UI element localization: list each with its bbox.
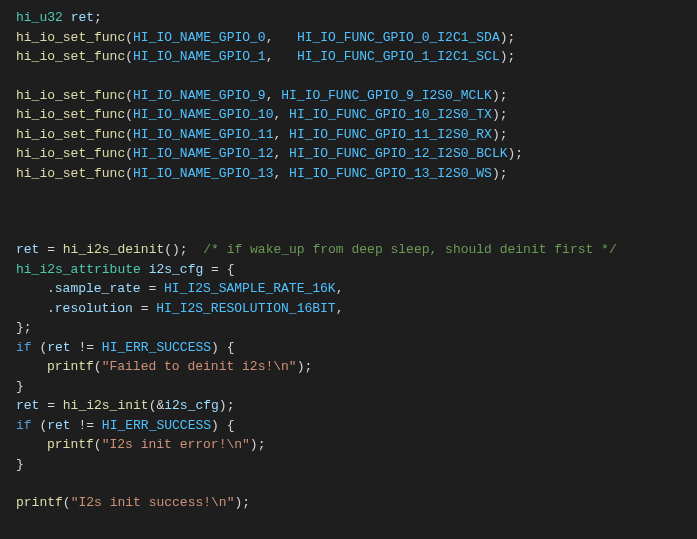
code-line[interactable]: printf("I2s init success!\n"); xyxy=(0,493,697,513)
punc: . xyxy=(47,301,55,316)
func-token: hi_io_set_func xyxy=(16,49,125,64)
var-token: ret xyxy=(47,418,70,433)
const-token: HI_ERR_SUCCESS xyxy=(102,418,211,433)
const-token: HI_IO_FUNC_GPIO_10_I2S0_TX xyxy=(289,107,492,122)
punc xyxy=(63,10,71,25)
type-token: hi_u32 xyxy=(16,10,63,25)
punc: ( xyxy=(94,437,102,452)
func-token: hi_io_set_func xyxy=(16,166,125,181)
const-token: HI_I2S_RESOLUTION_16BIT xyxy=(156,301,335,316)
punc: = xyxy=(39,242,62,257)
code-line[interactable]: } xyxy=(0,377,697,397)
func-token: hi_i2s_init xyxy=(63,398,149,413)
punc: ); xyxy=(234,495,250,510)
code-line[interactable]: ret = hi_i2s_deinit(); /* if wake_up fro… xyxy=(0,240,697,260)
var-token: i2s_cfg xyxy=(164,398,219,413)
code-line[interactable]: hi_io_set_func(HI_IO_NAME_GPIO_0, HI_IO_… xyxy=(0,28,697,48)
const-token: HI_IO_NAME_GPIO_10 xyxy=(133,107,273,122)
const-token: HI_IO_NAME_GPIO_9 xyxy=(133,88,266,103)
punc: (& xyxy=(149,398,165,413)
blank-line[interactable] xyxy=(0,221,697,240)
comment-token: /* if wake_up from deep sleep, should de… xyxy=(203,242,616,257)
field-token: resolution xyxy=(55,301,133,316)
code-line[interactable]: ret = hi_i2s_init(&i2s_cfg); xyxy=(0,396,697,416)
const-token: HI_IO_FUNC_GPIO_13_I2S0_WS xyxy=(289,166,492,181)
const-token: HI_IO_FUNC_GPIO_0_I2C1_SDA xyxy=(297,30,500,45)
punc: ) { xyxy=(211,418,234,433)
punc: . xyxy=(47,281,55,296)
field-token: sample_rate xyxy=(55,281,141,296)
const-token: HI_IO_FUNC_GPIO_11_I2S0_RX xyxy=(289,127,492,142)
punc: ); xyxy=(492,127,508,142)
punc: (); xyxy=(164,242,203,257)
punc: ); xyxy=(508,146,524,161)
punc: = xyxy=(133,301,156,316)
punc: ( xyxy=(125,146,133,161)
punc: != xyxy=(71,418,102,433)
punc: ( xyxy=(125,49,133,64)
punc: ); xyxy=(500,49,516,64)
blank-line[interactable] xyxy=(0,474,697,493)
punc: ); xyxy=(492,88,508,103)
blank-line[interactable] xyxy=(0,183,697,202)
punc: ); xyxy=(492,166,508,181)
code-line[interactable]: hi_i2s_attribute i2s_cfg = { xyxy=(0,260,697,280)
punc: , xyxy=(273,146,289,161)
keyword-token: if xyxy=(16,418,32,433)
code-line[interactable]: hi_io_set_func(HI_IO_NAME_GPIO_11, HI_IO… xyxy=(0,125,697,145)
blank-line[interactable] xyxy=(0,67,697,86)
punc: ); xyxy=(492,107,508,122)
code-line[interactable]: hi_io_set_func(HI_IO_NAME_GPIO_10, HI_IO… xyxy=(0,105,697,125)
code-line[interactable]: if (ret != HI_ERR_SUCCESS) { xyxy=(0,338,697,358)
code-line[interactable]: if (ret != HI_ERR_SUCCESS) { xyxy=(0,416,697,436)
punc: ); xyxy=(500,30,516,45)
code-line[interactable]: hi_io_set_func(HI_IO_NAME_GPIO_1, HI_IO_… xyxy=(0,47,697,67)
blank-line[interactable] xyxy=(0,202,697,221)
code-line[interactable]: printf("Failed to deinit i2s!\n"); xyxy=(0,357,697,377)
func-token: printf xyxy=(47,437,94,452)
code-line[interactable]: hi_io_set_func(HI_IO_NAME_GPIO_9, HI_IO_… xyxy=(0,86,697,106)
code-line[interactable]: }; xyxy=(0,318,697,338)
func-token: hi_io_set_func xyxy=(16,127,125,142)
code-editor[interactable]: hi_u32 ret; hi_io_set_func(HI_IO_NAME_GP… xyxy=(0,8,697,513)
code-line[interactable]: hi_u32 ret; xyxy=(0,8,697,28)
punc: ( xyxy=(125,127,133,142)
code-line[interactable]: hi_io_set_func(HI_IO_NAME_GPIO_13, HI_IO… xyxy=(0,164,697,184)
func-token: hi_i2s_deinit xyxy=(63,242,164,257)
punc: = xyxy=(141,281,164,296)
const-token: HI_IO_NAME_GPIO_13 xyxy=(133,166,273,181)
keyword-token: if xyxy=(16,340,32,355)
func-token: hi_io_set_func xyxy=(16,107,125,122)
punc: ( xyxy=(94,359,102,374)
const-token: HI_ERR_SUCCESS xyxy=(102,340,211,355)
punc: = xyxy=(39,398,62,413)
punc: } xyxy=(16,379,24,394)
func-token: hi_io_set_func xyxy=(16,146,125,161)
punc: = { xyxy=(203,262,234,277)
code-line[interactable]: .resolution = HI_I2S_RESOLUTION_16BIT, xyxy=(0,299,697,319)
func-token: printf xyxy=(47,359,94,374)
punc: ; xyxy=(94,10,102,25)
punc xyxy=(141,262,149,277)
const-token: HI_IO_NAME_GPIO_11 xyxy=(133,127,273,142)
punc: , xyxy=(336,301,344,316)
string-token: "Failed to deinit i2s!\n" xyxy=(102,359,297,374)
punc: , xyxy=(336,281,344,296)
func-token: printf xyxy=(16,495,63,510)
const-token: HI_IO_NAME_GPIO_12 xyxy=(133,146,273,161)
punc: ( xyxy=(125,107,133,122)
punc: , xyxy=(266,88,282,103)
code-line[interactable]: .sample_rate = HI_I2S_SAMPLE_RATE_16K, xyxy=(0,279,697,299)
punc: }; xyxy=(16,320,32,335)
punc: ( xyxy=(32,340,48,355)
var-token: ret xyxy=(16,242,39,257)
punc: ) { xyxy=(211,340,234,355)
code-line[interactable]: } xyxy=(0,455,697,475)
punc: , xyxy=(266,49,297,64)
code-line[interactable]: hi_io_set_func(HI_IO_NAME_GPIO_12, HI_IO… xyxy=(0,144,697,164)
code-line[interactable]: printf("I2s init error!\n"); xyxy=(0,435,697,455)
string-token: "I2s init error!\n" xyxy=(102,437,250,452)
punc: ( xyxy=(125,88,133,103)
punc: != xyxy=(71,340,102,355)
punc: } xyxy=(16,457,24,472)
